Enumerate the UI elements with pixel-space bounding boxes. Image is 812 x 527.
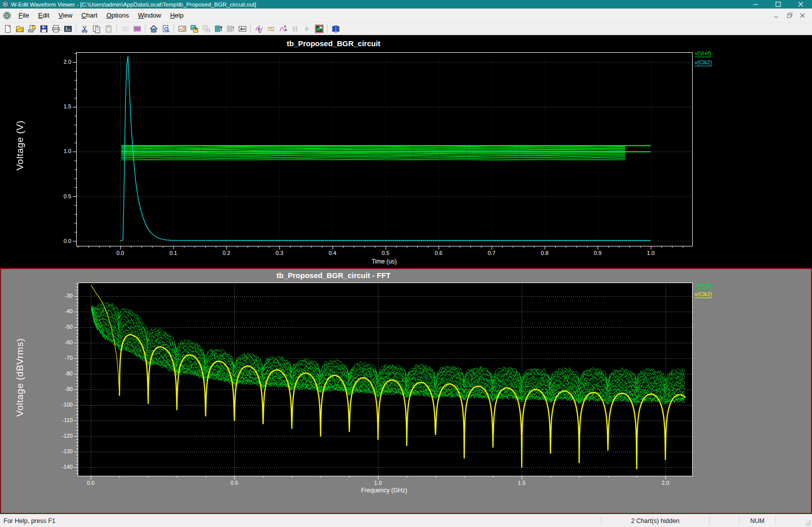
new-button[interactable] — [2, 23, 14, 34]
menu-view[interactable]: View — [54, 10, 77, 21]
expand-traces-icon — [214, 25, 223, 33]
svg-text:0.9: 0.9 — [594, 250, 601, 256]
legend-item-vvref[interactable]: v(Vref) — [695, 282, 711, 289]
svg-text:0.0: 0.0 — [64, 238, 71, 244]
svg-text:1.5: 1.5 — [64, 103, 71, 109]
legend-item-vvref[interactable]: v(Vref) — [695, 50, 711, 57]
copy-chart-button[interactable] — [188, 23, 200, 34]
svg-text:-70: -70 — [65, 355, 73, 361]
save-setup-icon — [28, 25, 36, 33]
chart-strip-settings-button[interactable] — [131, 23, 143, 34]
flat-wave-button[interactable] — [265, 23, 277, 34]
menu-file[interactable]: File — [14, 10, 34, 21]
svg-text:1.0: 1.0 — [64, 148, 71, 154]
svg-text:0.0: 0.0 — [87, 480, 94, 486]
window-title: W-Edit Waveform Viewer - [C:\Users\admin… — [11, 2, 744, 8]
toolbar-separator — [174, 24, 174, 33]
cursor-wave-button[interactable] — [253, 23, 265, 34]
legend-item-vclk2[interactable]: v(Clk2) — [695, 291, 712, 298]
menu-options[interactable]: Options — [102, 10, 133, 21]
minimize-button[interactable] — [744, 0, 767, 9]
chart-options-icon — [178, 25, 187, 33]
svg-text:1.0: 1.0 — [647, 250, 655, 256]
pause-sim-button — [289, 23, 301, 34]
help-book-icon — [332, 25, 340, 33]
point-wave-icon — [279, 25, 287, 33]
chart-options-button[interactable] — [176, 23, 188, 34]
menu-help[interactable]: Help — [166, 10, 188, 21]
point-wave-button[interactable] — [277, 23, 289, 34]
mdi-minimize-button[interactable] — [770, 11, 783, 21]
cut-button[interactable] — [78, 23, 90, 34]
resize-grip[interactable] — [802, 514, 812, 527]
copy-chart-icon — [190, 25, 199, 33]
svg-text:0.5: 0.5 — [382, 250, 389, 256]
paste-icon — [104, 25, 113, 33]
save-icon — [40, 25, 48, 33]
mdi-controls — [770, 11, 809, 21]
mdi-close-button[interactable] — [796, 11, 809, 21]
x-axis-label-fft: Frequency (GHz) — [76, 487, 692, 494]
flat-wave-icon — [267, 25, 275, 33]
toolbar-separator — [145, 24, 145, 33]
cut-icon — [80, 25, 89, 33]
home-view-button[interactable] — [147, 23, 159, 34]
active-chart-button[interactable] — [313, 23, 325, 34]
active-chart-icon — [315, 25, 323, 33]
export-image-button[interactable] — [62, 23, 74, 34]
save-setup-button[interactable] — [26, 23, 38, 34]
expand-traces-button[interactable] — [212, 23, 224, 34]
fft-plot[interactable]: 0.00.51.01.52.0-30-40-50-60-70-80-90-100… — [0, 268, 812, 514]
menu-window[interactable]: Window — [133, 10, 166, 21]
svg-text:-110: -110 — [62, 417, 73, 423]
maximize-button[interactable] — [767, 0, 789, 9]
svg-text:1.5: 1.5 — [518, 480, 526, 486]
time-plot[interactable]: 0.00.10.20.30.40.50.60.70.80.91.00.00.51… — [0, 35, 812, 268]
print-button[interactable] — [50, 23, 62, 34]
toolbar-separator — [116, 24, 117, 33]
svg-text:0.8: 0.8 — [541, 250, 548, 256]
svg-text:0.5: 0.5 — [231, 480, 238, 486]
toolbar-separator — [327, 24, 328, 33]
open-button[interactable] — [14, 23, 26, 34]
save-button[interactable] — [38, 23, 50, 34]
titlebar: W-Edit Waveform Viewer - [C:\Users\admin… — [0, 0, 812, 9]
chart-strip-button — [119, 23, 131, 34]
charts-area: tb_Proposed_BGR_circuit Voltage (V) 0.00… — [0, 35, 812, 514]
svg-text:0.2: 0.2 — [223, 250, 230, 256]
toolbar: FFTA= — [0, 23, 812, 35]
export-image-icon — [64, 25, 72, 33]
run-sim-button — [301, 23, 313, 34]
svg-text:0.0: 0.0 — [116, 250, 124, 256]
paste-button — [102, 23, 114, 34]
help-book-button[interactable] — [330, 23, 342, 34]
close-button[interactable] — [789, 0, 812, 9]
svg-text:0.4: 0.4 — [329, 250, 336, 256]
mdi-restore-button[interactable] — [783, 11, 796, 21]
svg-text:2.0: 2.0 — [64, 59, 71, 65]
svg-text:-100: -100 — [62, 402, 73, 408]
svg-text:2.0: 2.0 — [662, 480, 669, 486]
svg-text:-30: -30 — [65, 293, 73, 299]
pause-sim-icon — [291, 25, 299, 33]
copy-button[interactable] — [90, 23, 102, 34]
legend-time: v(Vref)v(Clk2) — [695, 50, 712, 68]
svg-text:0.3: 0.3 — [275, 250, 283, 256]
chart-strip-icon — [121, 25, 129, 33]
run-sim-icon — [303, 25, 311, 33]
legend-item-vclk2[interactable]: v(Clk2) — [695, 59, 712, 66]
legend-fft: v(Vref)v(Clk2) — [695, 282, 712, 300]
svg-text:0.5: 0.5 — [64, 193, 71, 199]
collapse-traces-icon — [226, 25, 235, 33]
menu-chart[interactable]: Chart — [77, 10, 102, 21]
add-label-button[interactable]: A= — [236, 23, 248, 34]
zoom-page-button[interactable] — [159, 23, 172, 34]
svg-text:-50: -50 — [65, 324, 73, 330]
toolbar-separator — [250, 24, 251, 33]
status-num-lock: NUM — [739, 514, 775, 527]
chart-panel-fft[interactable]: tb_Proposed_BGR_circuit - FFT Voltage (d… — [0, 268, 812, 514]
chart-strip-settings-icon — [133, 25, 141, 33]
document-icon — [3, 12, 11, 20]
menu-edit[interactable]: Edit — [34, 10, 54, 21]
new-icon — [4, 25, 12, 33]
